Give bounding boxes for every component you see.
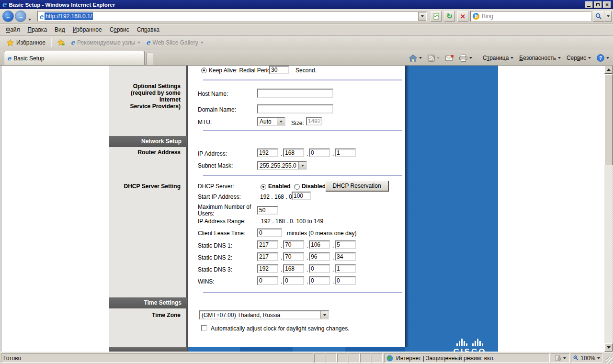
ip-octet-2-input[interactable] — [283, 148, 304, 157]
max-users-input[interactable] — [257, 206, 278, 215]
dhcp-server-label: DHCP Server: — [198, 183, 234, 190]
domain-name-label: Domain Name: — [198, 106, 236, 113]
dns3-octet-4[interactable] — [335, 264, 356, 273]
tab-favicon: e — [7, 55, 11, 62]
wins-octet-3[interactable] — [309, 276, 330, 285]
status-zone-cell: Интернет | Защищенный режим: вкл. — [384, 353, 550, 363]
favorites-button[interactable]: Избранное — [4, 38, 48, 47]
dns3-label: Static DNS 3: — [198, 266, 232, 273]
resize-grip[interactable] — [606, 357, 613, 364]
security-menu-button[interactable]: Безопасность — [517, 53, 563, 63]
dhcp-reservation-button[interactable]: DHCP Reservation — [325, 181, 388, 191]
wins-octet-4[interactable] — [335, 276, 356, 285]
minimize-button[interactable] — [585, 1, 593, 8]
new-tab-button[interactable] — [146, 53, 153, 65]
status-zone-text: Интернет | Защищенный режим: вкл. — [396, 355, 495, 362]
address-bar[interactable]: e http://192.168.0.1/ — [37, 11, 427, 22]
help-button[interactable]: ? — [595, 53, 611, 63]
close-button[interactable]: ✕ — [603, 1, 611, 8]
ip-octet-3-input[interactable] — [309, 148, 330, 157]
restore-button[interactable] — [594, 1, 602, 8]
back-button[interactable]: ← — [2, 11, 14, 22]
menu-tools[interactable]: Сервис — [106, 25, 133, 34]
start-ip-label: Start IP Address: — [198, 193, 241, 200]
start-ip-input[interactable] — [292, 192, 311, 200]
keep-alive-label: Keep Alive: Redial Period — [209, 67, 273, 74]
dns1-octet-1[interactable] — [257, 240, 278, 249]
mail-icon — [445, 55, 454, 61]
host-name-input[interactable] — [257, 89, 333, 98]
stop-button[interactable]: ✕ — [457, 11, 468, 22]
vertical-scrollbar[interactable] — [604, 66, 613, 352]
read-mail-button[interactable] — [443, 54, 455, 63]
dns3-octet-2[interactable] — [283, 264, 304, 273]
dns2-octet-4[interactable] — [335, 252, 356, 261]
page-menu-button[interactable]: Страница — [481, 53, 515, 63]
menu-view[interactable]: Вид — [51, 25, 69, 34]
dns1-label: Static DNS 1: — [198, 242, 232, 249]
domain-name-input[interactable] — [257, 104, 333, 114]
suggested-sites-button[interactable]: e Рекомендуемые узлы — [68, 37, 143, 47]
scroll-up-button[interactable] — [604, 66, 613, 74]
history-dropdown-icon[interactable] — [28, 15, 31, 22]
dns2-octet-1[interactable] — [257, 252, 278, 261]
ip-octet-4-input[interactable] — [335, 148, 356, 157]
time-zone-title: Time Zone — [109, 312, 186, 318]
subnet-mask-select[interactable]: 255.255.255.0 — [257, 161, 307, 170]
status-cell — [372, 353, 383, 363]
wins-octet-2[interactable] — [283, 276, 304, 285]
inprivate-filter-button[interactable] — [551, 353, 570, 363]
address-dropdown-button[interactable] — [418, 12, 426, 21]
dns3-octet-3[interactable] — [309, 264, 330, 273]
dns2-octet-3[interactable] — [309, 252, 330, 261]
web-slice-gallery-button[interactable]: e Web Slice Gallery — [143, 37, 206, 47]
menu-file[interactable]: Файл — [2, 25, 24, 34]
dns1-octet-2[interactable] — [283, 240, 304, 249]
lease-time-input[interactable] — [257, 228, 282, 237]
search-button[interactable] — [593, 11, 604, 22]
menu-edit[interactable]: Правка — [24, 25, 51, 34]
dst-checkbox[interactable] — [201, 325, 207, 331]
menu-favorites[interactable]: Избранное — [69, 25, 106, 34]
print-button[interactable] — [457, 53, 474, 63]
search-options-dropdown[interactable] — [604, 11, 612, 22]
dns1-octet-4[interactable] — [335, 240, 356, 249]
bing-logo-icon: b — [473, 13, 479, 20]
feeds-button[interactable] — [426, 53, 442, 63]
wins-octet-1[interactable] — [257, 276, 278, 285]
mtu-select[interactable]: Auto — [257, 117, 285, 126]
host-name-label: Host Name: — [198, 91, 228, 97]
ie-favicon: e — [71, 39, 75, 46]
menu-help[interactable]: Справка — [133, 25, 163, 34]
dhcp-enabled-radio[interactable] — [261, 184, 266, 190]
dns1-octet-3[interactable] — [309, 240, 330, 249]
home-button[interactable] — [407, 53, 424, 63]
dhcp-server-setting-title: DHCP Server Setting — [109, 183, 186, 190]
add-favorite-button[interactable] — [55, 38, 68, 47]
chevron-down-icon — [137, 42, 140, 44]
search-box[interactable]: b Bing — [470, 11, 591, 22]
scroll-down-button[interactable] — [604, 343, 613, 352]
cisco-bridge-logo-icon — [452, 336, 488, 346]
dhcp-disabled-radio[interactable] — [294, 184, 300, 190]
compatibility-view-button[interactable] — [431, 11, 442, 22]
refresh-button[interactable]: ↻ — [444, 11, 455, 22]
zoom-control[interactable]: 100% — [571, 353, 602, 363]
window-title: Basic Setup - Windows Internet Explorer — [9, 2, 115, 8]
dhcp-enabled-label: Enabled — [268, 183, 291, 190]
status-cell — [349, 353, 360, 363]
url-text[interactable]: http://192.168.0.1/ — [45, 12, 93, 20]
size-label: Size: — [291, 120, 304, 126]
dns3-octet-1[interactable] — [257, 264, 278, 273]
tab-basic-setup[interactable]: e Basic Setup — [4, 51, 145, 65]
ip-octet-1-input[interactable] — [257, 148, 278, 157]
forward-button[interactable]: → — [15, 11, 26, 22]
time-zone-select[interactable]: (GMT+07:00) Thailand, Russia — [199, 310, 329, 319]
dns2-octet-2[interactable] — [283, 252, 304, 261]
router-address-title: Router Address — [109, 149, 186, 156]
status-cell — [314, 353, 325, 363]
keep-alive-radio[interactable] — [201, 68, 207, 73]
scrollbar-thumb[interactable] — [604, 74, 613, 165]
keep-alive-input[interactable] — [269, 66, 289, 74]
tools-menu-button[interactable]: Сервис — [565, 53, 593, 63]
